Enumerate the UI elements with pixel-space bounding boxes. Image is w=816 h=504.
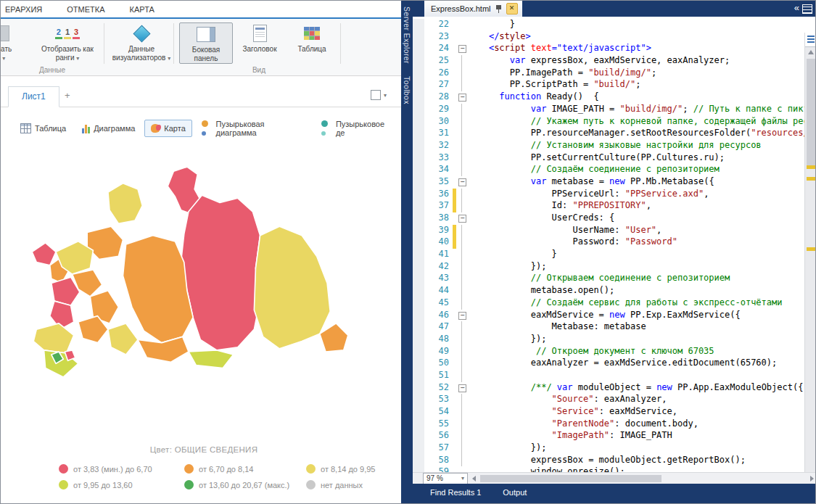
fold-margin [456, 67, 468, 80]
collapse-chevrons-icon[interactable]: « [794, 2, 799, 13]
add-sheet-button[interactable]: + [65, 90, 70, 101]
window-list-icon[interactable] [802, 4, 812, 14]
code-line[interactable]: 29 var IMAGE_PATH = "build/img/"; // Пут… [413, 104, 804, 116]
indicator-margin [413, 140, 424, 152]
code-text: "ImagePath": IMAGE_PATH [468, 430, 672, 442]
code-line[interactable]: 30 // Укажем путь к корневой папке, соде… [413, 116, 804, 128]
map-region[interactable] [108, 183, 142, 223]
legend-item-label: нет данных [321, 481, 363, 489]
ribbon-button-header[interactable]: Заголовок [234, 22, 285, 54]
code-line[interactable]: 22 } [413, 19, 804, 31]
map-region[interactable] [254, 226, 330, 349]
view-tab-table[interactable]: Таблица [14, 119, 73, 138]
code-line[interactable]: 59 window.onresize(); [413, 466, 804, 472]
pin-icon[interactable] [495, 5, 502, 13]
code-line[interactable]: 36 PPServiceUrl: "PPService.axd", [413, 189, 804, 201]
code-line[interactable]: 47 Metabase: metabase [413, 321, 804, 334]
fold-toggle-icon[interactable]: − [456, 310, 468, 322]
code-line[interactable]: 42 }); [413, 261, 804, 273]
tab-find-results[interactable]: Find Results 1 [430, 488, 481, 497]
fold-margin [456, 334, 468, 346]
indicator-margin [413, 212, 424, 225]
code-line[interactable]: 50 eaxAnalyzer = eaxMdService.editDocume… [413, 358, 804, 370]
map-region[interactable] [108, 323, 138, 355]
indicator-margin [413, 91, 424, 104]
ribbon-button-side-panel[interactable]: Боковая панель [179, 22, 233, 64]
map-region[interactable] [189, 350, 234, 368]
map-region[interactable] [32, 243, 56, 265]
sheet-panel-switcher[interactable]: ▾ [371, 90, 387, 100]
fold-toggle-icon[interactable]: − [456, 212, 468, 225]
code-line[interactable]: 31 PP.resourceManager.setRootResourcesFo… [413, 128, 804, 140]
code-line[interactable]: 23 </style> [413, 31, 804, 44]
view-tab-map[interactable]: Карта [144, 120, 191, 137]
vertical-scrollbar[interactable] [804, 33, 816, 472]
scroll-right-arrow-icon[interactable] [810, 476, 814, 482]
code-text: window.onresize(); [468, 466, 625, 472]
code-line[interactable]: 57 }); [413, 442, 804, 455]
indicator-margin [413, 382, 424, 394]
view-tab-bubble-tree[interactable]: Пузырьковое де [315, 115, 401, 141]
ribbon-button-table[interactable]: Таблица [289, 22, 334, 54]
code-line[interactable]: 28− function Ready() { [413, 91, 804, 104]
sheet-tab-list1[interactable]: Лист1 [8, 86, 59, 107]
code-line[interactable]: 51 [413, 370, 804, 382]
map-region[interactable] [33, 323, 73, 353]
map-region[interactable] [181, 195, 260, 350]
code-line[interactable]: 37 Id: "PPREPOSITORY", [413, 200, 804, 212]
legend-item: от 8,14 до 9,95 [306, 464, 400, 474]
code-line[interactable]: 40 Password: "Password" [413, 236, 804, 249]
split-editor-button[interactable] [805, 33, 816, 47]
scrollbar-thumb[interactable] [807, 59, 815, 168]
fold-toggle-icon[interactable]: − [456, 91, 468, 104]
code-line[interactable]: 58 expressBox = moduleObject.getReportBo… [413, 455, 804, 467]
code-line[interactable]: 32 // Установим языковые настройки для р… [413, 140, 804, 152]
code-line[interactable]: 44 metabase.open(); [413, 285, 804, 297]
ribbon-button-show-as-ranks[interactable]: 213 Отобразить как ранги ▾ [36, 22, 99, 62]
code-line[interactable]: 54 "Service": eaxMdService, [413, 406, 804, 418]
menu-item-map[interactable]: КАРТА [130, 5, 154, 14]
line-number: 48 [424, 334, 453, 346]
scroll-up-arrow-icon[interactable] [808, 50, 814, 54]
hscrollbar-thumb[interactable] [480, 475, 662, 482]
view-tab-chart[interactable]: Диаграмма [75, 120, 141, 138]
code-line[interactable]: 38− UserCreds: { [413, 212, 804, 225]
scroll-left-arrow-icon[interactable] [472, 476, 476, 482]
code-line[interactable]: 53 "Source": eaxAnalyzer, [413, 394, 804, 406]
menu-item-hierarchy[interactable]: ЕРАРХИЯ [5, 5, 42, 14]
code-line[interactable]: 27 PP.ScriptPath = "build/"; [413, 79, 804, 91]
code-editor[interactable]: 22 }23 </style>24− <script text="text/ja… [413, 17, 816, 472]
doc-tab-expressbox[interactable]: ExpressBox.html ✕ [424, 1, 522, 17]
code-line[interactable]: 45 // Создаём сервис для работы с экспре… [413, 297, 804, 310]
code-line[interactable]: 52− /**/ var moduleObject = new PP.App.E… [413, 382, 804, 394]
map-region[interactable] [320, 323, 348, 352]
code-line[interactable]: 26 PP.ImagePath = "build/img/"; [413, 67, 804, 80]
code-line[interactable]: 24− <script text="text/javascript"> [413, 43, 804, 55]
fold-toggle-icon[interactable]: − [456, 382, 468, 394]
code-line[interactable]: 41 } [413, 249, 804, 261]
code-line[interactable]: 35− var metabase = new PP.Mb.Metabase({ [413, 176, 804, 189]
tab-toolbox[interactable]: Toolbox [403, 76, 411, 104]
code-line[interactable]: 49 // Откроем документ с ключом 67035 [413, 346, 804, 358]
code-line[interactable]: 39 UserName: "User", [413, 225, 804, 237]
code-line[interactable]: 33 PP.setCurrentCulture(PP.Cultures.ru); [413, 152, 804, 165]
code-line[interactable]: 43 // Открываем соединение с репозиторие… [413, 273, 804, 285]
code-line[interactable]: 55 "ParentNode": document.body, [413, 418, 804, 431]
tab-output[interactable]: Output [503, 488, 527, 497]
code-line[interactable]: 25 var expressBox, eaxMdService, eaxAnal… [413, 55, 804, 67]
tab-server-explorer[interactable]: Server Explorer [403, 7, 411, 64]
close-icon[interactable]: ✕ [506, 3, 518, 15]
line-number: 26 [424, 67, 453, 80]
zoom-dropdown[interactable]: 97 % ▾ [423, 473, 468, 484]
fold-toggle-icon[interactable]: − [456, 176, 468, 189]
ribbon-button-cut[interactable]: зовать е ▾ [0, 22, 27, 62]
ribbon-button-visualizer-data[interactable]: Данные визуализаторов ▾ [108, 22, 175, 62]
code-line[interactable]: 46− eaxMdService = new PP.Exp.EaxMdServi… [413, 310, 804, 322]
fold-toggle-icon[interactable]: − [456, 43, 468, 55]
menu-item-mark[interactable]: ОТМЕТКА [67, 5, 104, 14]
code-line[interactable]: 56 "ImagePath": IMAGE_PATH [413, 430, 804, 442]
view-tab-bubble-chart[interactable]: Пузырьковая диаграмма [195, 115, 312, 141]
code-line[interactable]: 48 }); [413, 334, 804, 346]
code-line[interactable]: 34 // Создаём соединение с репозиторием [413, 164, 804, 176]
cut-button-icon [0, 25, 9, 41]
